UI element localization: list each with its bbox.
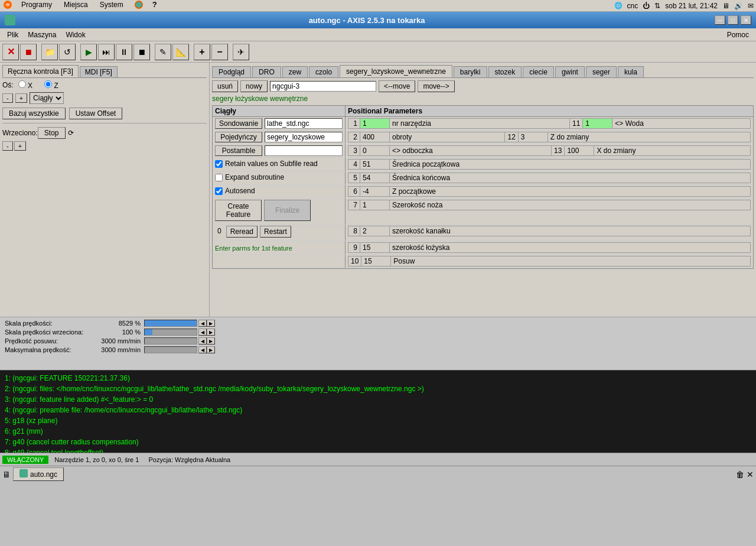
- measure-button[interactable]: 📐: [172, 44, 189, 60]
- axis-section: Oś: X Z - + Ciągły Bazuj wszystkie Ustaw…: [2, 80, 207, 119]
- tab-segery[interactable]: segery_lozyskowe_wewnetrzne: [340, 65, 452, 77]
- retain-checkbox[interactable]: [215, 160, 223, 168]
- firefox-icon[interactable]: [134, 0, 144, 11]
- tab-gwint[interactable]: gwint: [555, 66, 585, 77]
- reread-button[interactable]: Reread: [226, 226, 258, 238]
- nowy-button[interactable]: nowy: [240, 80, 268, 92]
- right-panel: Podgląd DRO zew czolo segery_lozyskowe_w…: [210, 63, 756, 317]
- expand-checkbox[interactable]: [215, 174, 223, 181]
- tab-stozek[interactable]: stozek: [488, 66, 522, 77]
- maxspeed-row: Maksymalna prędkość: 3000 mm/min ◀ ▶: [5, 346, 751, 353]
- menu-maszyna[interactable]: Maszyna: [23, 30, 61, 40]
- create-feature-button[interactable]: Create Feature: [215, 200, 262, 221]
- reload-button[interactable]: ↺: [59, 44, 76, 60]
- finalize-button[interactable]: Finalize: [264, 200, 311, 221]
- feed-inc[interactable]: ▶: [207, 337, 215, 344]
- maxspeed-inc[interactable]: ▶: [207, 346, 215, 353]
- add-button[interactable]: +: [194, 44, 210, 60]
- app-icon: [5, 15, 15, 25]
- help-icon[interactable]: ?: [149, 0, 160, 11]
- postamble-input[interactable]: [265, 145, 343, 156]
- spindle-dec[interactable]: ◀: [198, 329, 207, 336]
- tab-mdi[interactable]: MDI [F5]: [80, 66, 118, 77]
- pause2-button[interactable]: ⏸: [116, 44, 132, 60]
- feed-track: [144, 337, 197, 344]
- ustaw-button[interactable]: Ustaw Offset: [69, 108, 122, 119]
- os-menubar: Programy Miejsca System ? 🌐 cnc ⏻ ⇅ sob …: [0, 0, 756, 12]
- tab-podglad[interactable]: Podgląd: [212, 66, 251, 77]
- params-table-7: 7 1 Szerokość noża: [348, 200, 751, 210]
- menu-pomoc[interactable]: Pomoc: [722, 30, 754, 40]
- tab-reczna[interactable]: Ręczna kontrola [F3]: [2, 65, 79, 77]
- taskbar-app-button[interactable]: auto.ngc: [13, 467, 64, 481]
- tab-barylki[interactable]: barylki: [454, 66, 487, 77]
- maxspeed-dec[interactable]: ◀: [198, 346, 207, 353]
- menu-widok[interactable]: Widok: [61, 30, 90, 40]
- tab-zew[interactable]: zew: [282, 66, 308, 77]
- menu-system[interactable]: System: [96, 0, 127, 11]
- params-table-8: 8 2 szerokość kanałku: [348, 226, 751, 236]
- maximize-button[interactable]: □: [728, 15, 738, 25]
- axis-z-radio[interactable]: [44, 80, 52, 88]
- tab-dro[interactable]: DRO: [252, 66, 281, 77]
- os-menu-left: Programy Miejsca System ?: [2, 0, 160, 11]
- step-button[interactable]: ⏭: [98, 44, 115, 60]
- pojedynczy-input[interactable]: [265, 132, 343, 142]
- minus-button[interactable]: -: [2, 93, 13, 103]
- pause-button[interactable]: ⏹: [20, 44, 37, 60]
- send-button[interactable]: ✈: [233, 44, 249, 60]
- titlebar: auto.ngc - AXIS 2.5.3 na tokarka ─ □ ✕: [0, 12, 756, 28]
- sub-button[interactable]: −: [211, 44, 228, 60]
- tab-czolo[interactable]: czolo: [309, 66, 338, 77]
- console[interactable]: 1: (ngcgui: FEATURE 150221:21.37.36) 2: …: [0, 370, 756, 453]
- autosend-checkbox[interactable]: [215, 187, 223, 195]
- feed-dec[interactable]: ◀: [198, 337, 207, 344]
- plus-button[interactable]: +: [15, 93, 27, 103]
- ngcgui-toolbar: usuń nowy <--move move-->: [212, 80, 754, 92]
- move-right-button[interactable]: move-->: [418, 80, 454, 92]
- spindle-label: Skala prędkości wrzeciona:: [5, 329, 99, 336]
- console-line: 3: (ngcgui: feature line added) #<_featu…: [5, 394, 751, 405]
- ngcgui-name-input[interactable]: [270, 81, 376, 92]
- tab-seger[interactable]: seger: [586, 66, 617, 77]
- postamble-button[interactable]: Postamble: [215, 145, 262, 156]
- stop2-button[interactable]: ⏹: [133, 44, 150, 60]
- minimize-button[interactable]: ─: [715, 15, 725, 25]
- console-line: 2: (ngcgui: files: </home/cnc/linuxcnc/n…: [5, 384, 751, 394]
- feature-right-3: 3 0 <> odboczka 13 100 X do zmiany: [346, 144, 753, 157]
- menu-plik[interactable]: Plik: [2, 30, 23, 40]
- feature-right-2: 2 400 obroty 12 3 Z do zmiany: [346, 131, 753, 144]
- feature-table: Ciągły Positional Parameters Sondowanie …: [212, 105, 754, 269]
- axis-x-radio[interactable]: [18, 80, 26, 88]
- usun-button[interactable]: usuń: [212, 80, 238, 92]
- stop-button[interactable]: Stop: [38, 127, 66, 139]
- taskbar: 🖥 auto.ngc 🗑 ✕: [0, 466, 756, 482]
- pojedynczy-button[interactable]: Pojedyńczy: [215, 132, 262, 142]
- tab-ciecie[interactable]: ciecie: [523, 66, 554, 77]
- restart-button[interactable]: Restart: [260, 226, 291, 238]
- wrzeciono-minus[interactable]: -: [2, 141, 13, 151]
- speedscale-inc[interactable]: ▶: [207, 320, 215, 327]
- menu-miejsca[interactable]: Miejsca: [60, 0, 92, 11]
- run-button[interactable]: ▶: [80, 44, 97, 60]
- menu-programy[interactable]: Programy: [18, 0, 56, 11]
- autosend-label: Autosend: [225, 187, 255, 195]
- sondowanie-input[interactable]: [265, 118, 343, 129]
- tab-kula[interactable]: kula: [618, 66, 644, 77]
- bazuj-button[interactable]: Bazuj wszystkie: [2, 108, 66, 119]
- estop-button[interactable]: ✕: [2, 44, 19, 60]
- feature-left-1: Sondowanie: [213, 117, 346, 130]
- move-left-button[interactable]: <--move: [379, 80, 415, 92]
- edit-button[interactable]: ✎: [155, 44, 171, 60]
- open-button[interactable]: 📁: [41, 44, 58, 60]
- sound-icon: 🔊: [734, 2, 743, 10]
- speedscale-dec[interactable]: ◀: [198, 320, 207, 327]
- params-table-3: 3 0 <> odboczka 13 100 X do zmiany: [348, 145, 751, 156]
- wrzeciono-plus[interactable]: +: [14, 141, 26, 151]
- spindle-inc[interactable]: ▶: [207, 329, 215, 336]
- ciagly-select[interactable]: Ciągły: [30, 92, 64, 104]
- window-title: auto.ngc - AXIS 2.5.3 na tokarka: [19, 16, 715, 25]
- sondowanie-button[interactable]: Sondowanie: [215, 118, 262, 129]
- close-button[interactable]: ✕: [741, 15, 751, 25]
- ngcgui-tabs: Podgląd DRO zew czolo segery_lozyskowe_w…: [212, 65, 754, 78]
